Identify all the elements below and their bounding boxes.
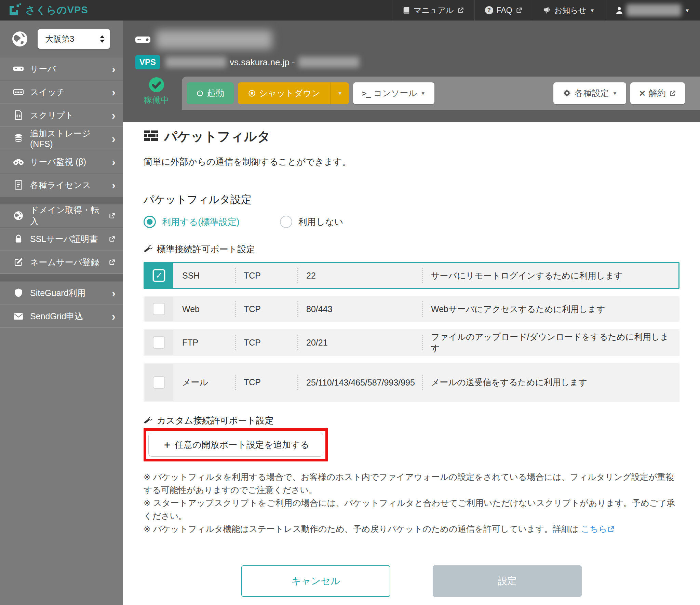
region-select[interactable]: 大阪第3 — [38, 29, 110, 49]
plus-icon: ＋ — [162, 438, 172, 451]
gear-icon — [562, 89, 571, 98]
table-row-web: Web TCP 80/443 Webサーバにアクセスするために利用します — [144, 296, 679, 322]
shutdown-button[interactable]: シャットダウン — [238, 82, 331, 104]
radio-option-use[interactable]: 利用する(標準設定) — [144, 216, 240, 228]
license-doc-icon — [13, 179, 24, 190]
external-link-icon — [109, 236, 116, 242]
megaphone-icon — [543, 6, 551, 14]
note-line-text: ※ パケットフィルタ機能はステートレス動作のため、予め戻りパケットのための通信を… — [144, 524, 581, 534]
nav-faq[interactable]: ? FAQ — [474, 0, 533, 21]
sidebar-item-label: ドメイン取得・転入 — [30, 204, 103, 227]
port-protocol: TCP — [235, 297, 297, 321]
terminal-icon: >_ — [362, 89, 370, 98]
content: パケットフィルタ 簡単に外部からの通信を制御することができます。 パケットフィル… — [123, 122, 700, 605]
database-icon — [13, 133, 24, 144]
caret-down-icon: ▼ — [612, 90, 618, 96]
top-nav: マニュアル ? FAQ お知らせ ▼ ▼ — [392, 0, 700, 21]
note-line: ※ パケットフィルタを利用する場合で、お客様のホスト内でファイアウォールの設定を… — [144, 470, 679, 496]
nav-news[interactable]: お知らせ ▼ — [533, 0, 605, 21]
sidebar-item-siteguard[interactable]: SiteGuard利用 › — [0, 281, 123, 305]
radio-selected-icon[interactable] — [144, 216, 156, 228]
port-description: Webサーバにアクセスするために利用します — [422, 297, 678, 321]
sidebar-item-domain[interactable]: ドメイン取得・転入 — [0, 204, 123, 227]
checkbox-cell[interactable] — [145, 364, 173, 401]
status-badge: 稼働中 — [144, 94, 170, 106]
port-description: ファイルのアップロード/ダウンロードをするために利用します — [422, 330, 678, 355]
start-button[interactable]: 起動 — [187, 82, 234, 104]
checkbox-checked-icon[interactable]: ✓ — [153, 269, 165, 282]
sidebar-group-separator — [0, 197, 123, 204]
filter-setting-radios: 利用する(標準設定) 利用しない — [144, 216, 679, 228]
external-link-icon — [669, 90, 676, 97]
nav-account[interactable]: ▼ — [605, 0, 700, 21]
sidebar-item-storage[interactable]: 追加ストレージ(NFS) › — [0, 127, 123, 150]
sidebar-item-label: SendGrid申込 — [30, 311, 106, 322]
port-table: ✓ SSH TCP 22 サーバにリモートログインするために利用します Web … — [144, 262, 679, 402]
shutdown-dropdown-button[interactable]: ▼ — [331, 82, 349, 104]
sidebar-item-label: スイッチ — [30, 86, 106, 98]
radio-option-no-use-label: 利用しない — [298, 216, 344, 228]
sidebar-item-label: ネームサーバ登録 — [30, 257, 103, 268]
cancel-button[interactable]: キャンセル — [241, 565, 390, 597]
server-name-redacted — [156, 30, 272, 49]
main-area: VPS vs.sakura.ne.jp - 稼働中 起動 — [123, 21, 700, 605]
checkbox-unchecked-icon[interactable] — [153, 376, 165, 389]
server-header: VPS vs.sakura.ne.jp - 稼働中 起動 — [123, 21, 700, 122]
page: さくらのVPS マニュアル ? FAQ お知らせ ▼ ▼ — [0, 0, 700, 605]
external-link-icon — [516, 7, 523, 14]
user-icon — [616, 6, 623, 14]
account-name-redacted — [627, 4, 681, 16]
sidebar-item-switch[interactable]: スイッチ › — [0, 80, 123, 104]
sidebar-item-label: 各種ライセンス — [30, 179, 106, 191]
port-description: メールの送受信をするために利用します — [422, 364, 678, 401]
region-block: 大阪第3 — [0, 21, 123, 57]
checkbox-cell[interactable] — [145, 297, 173, 321]
page-description: 簡単に外部からの通信を制御することができます。 — [144, 156, 679, 168]
sidebar-item-label: サーバ — [30, 63, 106, 75]
sidebar-item-sendgrid[interactable]: SendGrid申込 › — [0, 305, 123, 328]
globe-icon — [12, 31, 28, 47]
nav-manual[interactable]: マニュアル — [392, 0, 474, 21]
table-row-mail: メール TCP 25/110/143/465/587/993/995 メールの送… — [144, 363, 679, 402]
sidebar-item-label: スクリプト — [30, 110, 106, 121]
radio-unselected-icon[interactable] — [280, 216, 292, 228]
submit-button[interactable]: 設定 — [433, 565, 582, 597]
globe-icon — [13, 210, 24, 221]
caret-down-icon: ▼ — [337, 90, 342, 96]
sidebar-item-nameserver[interactable]: ネームサーバ登録 — [0, 251, 123, 274]
port-protocol: TCP — [235, 364, 297, 401]
script-file-icon — [13, 110, 24, 121]
logo-text: さくらのVPS — [25, 3, 88, 17]
sidebar-item-server[interactable]: サーバ › — [0, 57, 123, 80]
logo[interactable]: さくらのVPS — [0, 0, 88, 21]
wrench-icon — [144, 416, 153, 425]
sidebar-item-licenses[interactable]: 各種ライセンス › — [0, 173, 123, 197]
port-protocol: TCP — [235, 330, 297, 355]
sidebar-item-monitoring[interactable]: サーバ監視 (β) › — [0, 150, 123, 173]
sidebar-item-label: 追加ストレージ(NFS) — [30, 128, 106, 149]
power-icon — [196, 90, 204, 97]
table-row-ftp: FTP TCP 20/21 ファイルのアップロード/ダウンロードをするために利用… — [144, 329, 679, 356]
external-link-icon[interactable] — [607, 525, 615, 533]
footer-buttons: キャンセル 設定 — [144, 565, 679, 597]
custom-ports-heading-text: カスタム接続許可ポート設定 — [157, 414, 274, 427]
caret-down-icon: ▼ — [420, 90, 426, 96]
top-bar: さくらのVPS マニュアル ? FAQ お知らせ ▼ ▼ — [0, 0, 700, 21]
sidebar-item-script[interactable]: スクリプト › — [0, 104, 123, 127]
switch-icon — [13, 86, 24, 97]
settings-button[interactable]: 各種設定 ▼ — [553, 82, 627, 104]
console-button[interactable]: >_ コンソール ▼ — [353, 82, 434, 104]
details-link[interactable]: こちら — [581, 524, 607, 534]
radio-option-no-use[interactable]: 利用しない — [280, 216, 344, 228]
console-button-label: コンソール — [374, 88, 417, 99]
checkbox-unchecked-icon[interactable] — [153, 303, 165, 315]
port-numbers: 80/443 — [297, 297, 422, 321]
external-link-icon — [109, 259, 116, 266]
cancel-contract-button[interactable]: × 解約 — [630, 82, 685, 104]
checkbox-cell[interactable] — [145, 330, 173, 355]
checkbox-cell[interactable]: ✓ — [145, 263, 173, 288]
checkbox-unchecked-icon[interactable] — [153, 336, 165, 349]
cancel-contract-label: 解約 — [649, 88, 666, 99]
sidebar-item-ssl[interactable]: SSLサーバ証明書 — [0, 227, 123, 251]
add-custom-port-button[interactable]: ＋ 任意の開放ポート設定を追加する — [148, 433, 323, 457]
